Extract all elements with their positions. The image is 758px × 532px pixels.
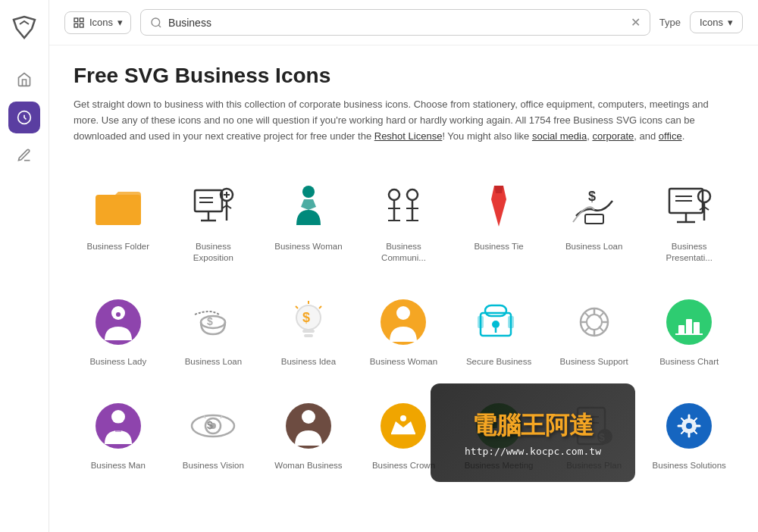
icon-card-business-chart[interactable]: Business Chart — [644, 280, 734, 378]
office-link[interactable]: office — [659, 130, 682, 142]
icon-card-woman-business[interactable]: Woman Business — [264, 384, 353, 482]
topbar: Icons ▾ ✕ Type Icons ▾ — [49, 0, 758, 45]
icon-img-business-community — [377, 180, 430, 233]
svg-rect-49 — [302, 330, 315, 333]
icon-img-business-woman2 — [377, 296, 430, 349]
icon-label-business-tie: Business Tie — [474, 241, 523, 252]
icon-card-business-exposition[interactable]: Business Exposition — [169, 165, 258, 274]
icon-card-business-woman2[interactable]: Business Woman — [359, 280, 449, 378]
svg-rect-75 — [115, 423, 121, 432]
svg-point-5 — [152, 18, 160, 27]
icon-card-business-folder[interactable]: Business Folder — [74, 165, 163, 274]
icon-card-business-support[interactable]: Business Support — [550, 280, 639, 378]
icon-img-business-support — [568, 296, 621, 349]
svg-line-52 — [296, 306, 298, 308]
search-input[interactable] — [168, 17, 625, 29]
clear-search-button[interactable]: ✕ — [631, 15, 641, 30]
svg-point-81 — [302, 410, 315, 424]
svg-rect-50 — [304, 334, 313, 337]
content-area: Free SVG Business Icons Get straight dow… — [49, 45, 758, 532]
type-label: Type — [659, 17, 681, 28]
svg-marker-30 — [494, 186, 503, 193]
svg-rect-32 — [585, 214, 603, 224]
svg-point-25 — [407, 189, 418, 200]
icon-img-business-crown — [377, 399, 430, 452]
icon-img-business-man — [92, 399, 145, 452]
icon-label-business-crown: Business Crown — [372, 460, 435, 471]
svg-text:$: $ — [207, 315, 213, 327]
icon-label-business-loan: Business Loan — [565, 241, 622, 252]
main-content: Icons ▾ ✕ Type Icons ▾ Free SVG Business… — [49, 0, 758, 532]
search-type-label: Icons — [89, 17, 113, 28]
svg-rect-4 — [74, 23, 78, 27]
svg-text:$: $ — [302, 310, 310, 325]
icon-card-business-vision[interactable]: $ Business Vision — [169, 384, 258, 482]
icon-label-business-man: Business Man — [91, 460, 146, 471]
svg-rect-2 — [80, 18, 83, 22]
svg-point-82 — [381, 403, 426, 449]
icon-card-business-idea[interactable]: $ Business Idea — [264, 280, 353, 378]
svg-point-38 — [698, 190, 710, 202]
icon-label-business-vision: Business Vision — [183, 460, 244, 471]
search-bar[interactable]: ✕ — [140, 9, 650, 36]
icon-img-business-folder — [92, 180, 145, 233]
icon-img-business-woman — [282, 180, 335, 233]
icon-card-business-woman[interactable]: Business Woman — [264, 165, 353, 274]
svg-point-44 — [116, 312, 121, 317]
svg-point-99 — [686, 423, 692, 429]
svg-point-84 — [400, 415, 406, 421]
svg-line-53 — [319, 306, 321, 308]
type-value: Icons — [700, 17, 723, 28]
app-logo — [9, 12, 39, 42]
svg-rect-69 — [678, 325, 684, 334]
icon-img-business-exposition — [186, 180, 240, 233]
svg-point-21 — [389, 189, 399, 200]
page-title: Free SVG Business Icons — [74, 64, 734, 88]
watermark-text1: 電腦王阿達 — [472, 409, 594, 443]
icon-card-secure-business[interactable]: Secure Business — [454, 280, 543, 378]
icon-card-business-man[interactable]: Business Man — [74, 384, 163, 482]
sidebar-item-edit[interactable] — [8, 139, 40, 171]
icon-img-business-tie — [472, 180, 525, 233]
svg-rect-1 — [74, 18, 78, 22]
icons-grid-wrapper: Business Folder — [74, 165, 734, 482]
svg-line-6 — [158, 25, 161, 27]
social-media-link[interactable]: social media — [532, 130, 587, 142]
icon-img-business-idea: $ — [282, 296, 335, 349]
icon-card-business-loan[interactable]: $ Business Loan — [550, 165, 639, 274]
type-dropdown[interactable]: Icons ▾ — [690, 11, 743, 33]
icon-img-secure-business — [472, 296, 525, 349]
icon-label-business-solutions: Business Solutions — [653, 460, 726, 471]
icon-card-business-tie[interactable]: Business Tie — [454, 165, 543, 274]
search-type-dropdown[interactable]: Icons ▾ — [64, 11, 131, 34]
icon-img-business-presentation — [662, 180, 716, 233]
icon-label-business-support: Business Support — [560, 356, 628, 368]
icon-img-business-lady — [92, 296, 145, 349]
svg-point-20 — [302, 186, 315, 198]
icon-label-business-chart: Business Chart — [659, 356, 719, 368]
sidebar-item-icons[interactable] — [8, 102, 40, 133]
watermark-text2: http://www.kocpc.com.tw — [465, 446, 601, 457]
svg-point-58 — [492, 321, 500, 328]
icon-label-business-exposition: Business Exposition — [175, 241, 252, 264]
icon-card-business-community[interactable]: Business Communi... — [359, 165, 449, 274]
search-icon — [150, 17, 162, 29]
sidebar — [0, 0, 49, 532]
icon-img-business-loan: $ — [568, 180, 621, 233]
svg-rect-9 — [195, 190, 222, 211]
svg-rect-8 — [96, 199, 141, 225]
icon-card-business-presentation[interactable]: Business Presentati... — [644, 165, 734, 274]
icon-label-business-community: Business Communi... — [365, 241, 443, 264]
icon-card-business-loan2[interactable]: $ Business Loan — [169, 280, 258, 378]
svg-rect-70 — [686, 319, 692, 334]
icon-card-business-lady[interactable]: Business Lady — [74, 280, 163, 378]
reshot-license-link[interactable]: Reshot License — [374, 130, 443, 142]
icon-img-business-loan2: $ — [186, 296, 240, 349]
corporate-link[interactable]: corporate — [592, 130, 634, 142]
sidebar-item-home[interactable] — [8, 64, 40, 95]
icon-card-business-solutions[interactable]: Business Solutions — [644, 384, 734, 482]
icon-label-business-idea: Business Idea — [281, 356, 336, 368]
svg-rect-71 — [694, 322, 700, 334]
chevron-down-icon: ▾ — [117, 17, 123, 28]
icon-label-business-woman2: Business Woman — [370, 356, 437, 368]
